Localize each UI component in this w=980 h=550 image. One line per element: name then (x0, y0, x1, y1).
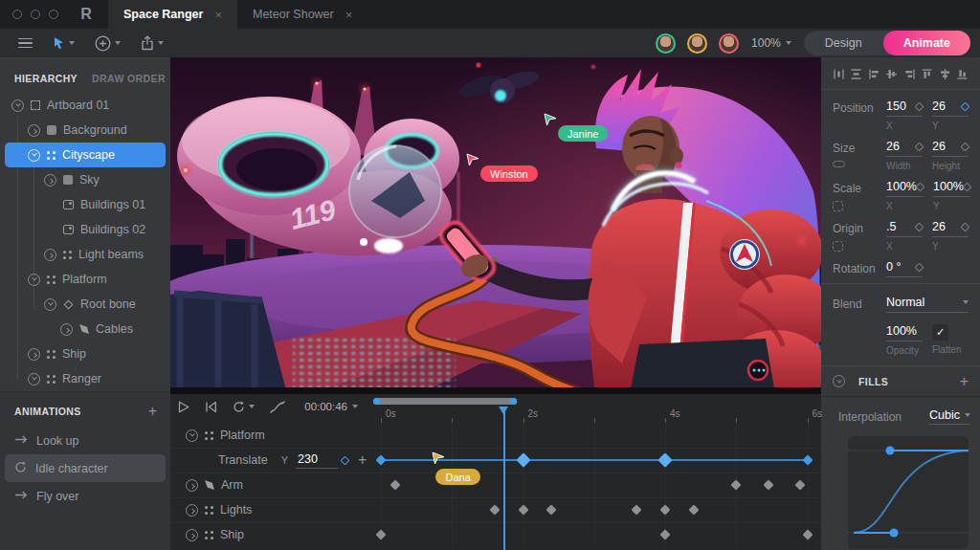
position-y-value[interactable]: 26 (932, 99, 946, 113)
keyframe-diamond[interactable] (802, 454, 813, 465)
create-tool-button[interactable] (90, 35, 125, 52)
keyframe-diamond-icon[interactable] (961, 142, 970, 151)
origin-y-value[interactable]: 26 (932, 220, 946, 233)
size-height-value[interactable]: 26 (932, 140, 946, 153)
origin-x-field[interactable]: .5 X (886, 220, 923, 252)
window-zoom-button[interactable] (49, 10, 58, 19)
playhead-handle[interactable] (499, 407, 508, 414)
size-height-field[interactable]: 26 Height (932, 140, 969, 171)
stage-canvas[interactable]: 119 (170, 57, 821, 394)
layer-sky[interactable]: Sky (0, 167, 170, 192)
keyframe-diamond-icon[interactable] (963, 182, 972, 191)
distribute-horizontal-icon[interactable] (833, 68, 845, 80)
blend-mode-select[interactable]: Normal (886, 296, 969, 313)
avatar[interactable] (656, 33, 676, 54)
keyframe-diamond-icon[interactable] (961, 222, 970, 231)
keyframe-diamond[interactable] (518, 504, 528, 515)
keyframe-diamond[interactable] (763, 479, 773, 490)
close-icon[interactable]: × (214, 8, 222, 22)
scale-x-value[interactable]: 100% (886, 180, 917, 193)
add-fill-button[interactable]: + (960, 376, 969, 387)
fills-section-header[interactable]: FILLS + (821, 366, 980, 396)
layer-artboard-01[interactable]: Artboard 01 (0, 93, 170, 118)
keyframe-diamond-icon[interactable] (961, 101, 970, 111)
expander-right-icon[interactable] (28, 348, 40, 361)
layer-buildings-01[interactable]: Buildings 01 (0, 192, 170, 217)
keyframe-diamond[interactable] (375, 454, 386, 465)
layer-cityscape[interactable]: Cityscape (5, 143, 166, 167)
keyframe-diamond[interactable] (659, 504, 670, 515)
align-top-icon[interactable] (921, 68, 933, 80)
expander-right-icon[interactable] (60, 323, 73, 336)
origin-x-value[interactable]: .5 (886, 220, 896, 233)
curve-handle[interactable] (886, 447, 895, 455)
tab-meteor-shower[interactable]: Meteor Shower × (237, 0, 368, 29)
align-bottom-icon[interactable] (956, 68, 969, 80)
animate-mode-button[interactable]: Animate (883, 31, 970, 55)
distribute-vertical-icon[interactable] (850, 68, 862, 80)
origin-icon[interactable] (833, 241, 843, 252)
window-minimize-button[interactable] (31, 10, 40, 19)
layer-root-bone[interactable]: Root bone (0, 292, 170, 317)
size-width-field[interactable]: 26 Width (886, 140, 923, 171)
tab-space-ranger[interactable]: Space Ranger × (108, 0, 237, 29)
keyframe-diamond[interactable] (546, 504, 557, 515)
expander-down-icon[interactable] (11, 99, 24, 112)
avatar[interactable] (687, 33, 707, 54)
scale-y-value[interactable]: 100% (933, 180, 964, 193)
curve-handle[interactable] (890, 529, 899, 538)
size-width-value[interactable]: 26 (886, 140, 900, 153)
animation-fly-over[interactable]: Fly over (0, 482, 170, 510)
keyframe-diamond-icon[interactable] (916, 182, 925, 191)
keyframe-diamond-icon[interactable] (915, 101, 924, 111)
scale-y-field[interactable]: 100% Y (933, 180, 970, 211)
expander-down-icon[interactable] (44, 298, 56, 311)
keyframe-diamond[interactable] (731, 479, 742, 490)
zoom-dropdown[interactable]: 100% (751, 36, 791, 50)
keyframe-diamond[interactable] (390, 479, 400, 490)
keyframe-diamond[interactable] (794, 479, 805, 490)
timeline-tracks[interactable] (170, 423, 821, 550)
position-x-field[interactable]: 150 X (886, 99, 923, 131)
export-button[interactable] (136, 35, 168, 51)
window-close-button[interactable] (12, 10, 22, 19)
align-right-icon[interactable] (903, 68, 916, 80)
layer-platform[interactable]: Platform (0, 267, 170, 292)
align-left-icon[interactable] (868, 68, 880, 80)
select-tool-button[interactable] (48, 36, 79, 51)
expander-right-icon[interactable] (28, 124, 40, 137)
keyframe-diamond[interactable] (657, 452, 673, 468)
close-icon[interactable]: × (345, 8, 353, 22)
tab-hierarchy[interactable]: HIERARCHY (14, 73, 78, 84)
tab-draw-order[interactable]: DRAW ORDER (92, 73, 166, 84)
keyframe-diamond[interactable] (489, 504, 500, 515)
timeline-ruler[interactable]: 0s2s4s6s (170, 409, 821, 423)
keyframe-diamond[interactable] (659, 529, 670, 539)
keyframe-diamond-icon[interactable] (915, 222, 924, 231)
interpolation-select[interactable]: Cubic (929, 408, 970, 425)
timeline-scrollbar[interactable] (373, 398, 517, 405)
playhead-line[interactable] (503, 407, 505, 550)
position-x-value[interactable]: 150 (886, 99, 906, 113)
expander-down-icon[interactable] (28, 274, 40, 286)
keyframe-diamond[interactable] (516, 452, 531, 468)
expander-down-icon[interactable] (833, 375, 845, 387)
layer-light-beams[interactable]: Light beams (0, 242, 170, 267)
expander-down-icon[interactable] (28, 373, 40, 385)
layer-background[interactable]: Background (0, 118, 170, 143)
align-center-horizontal-icon[interactable] (939, 68, 951, 80)
position-y-field[interactable]: 26 Y (932, 99, 969, 131)
opacity-value[interactable]: 100% (886, 324, 917, 338)
design-mode-button[interactable]: Design (804, 36, 883, 50)
link-icon[interactable] (833, 161, 845, 167)
rotation-field[interactable]: 0 ° (886, 260, 923, 277)
interpolation-curve-editor[interactable] (848, 436, 969, 549)
add-animation-button[interactable]: + (148, 406, 157, 417)
flatten-checkbox[interactable]: ✓ (932, 324, 948, 341)
keyframe-diamond[interactable] (688, 504, 699, 515)
keyframe-diamond[interactable] (375, 529, 386, 539)
rotation-value[interactable]: 0 ° (886, 260, 901, 274)
avatar[interactable] (719, 33, 739, 54)
layer-buildings-02[interactable]: Buildings 02 (0, 217, 170, 242)
layer-ranger[interactable]: Ranger (0, 366, 170, 391)
